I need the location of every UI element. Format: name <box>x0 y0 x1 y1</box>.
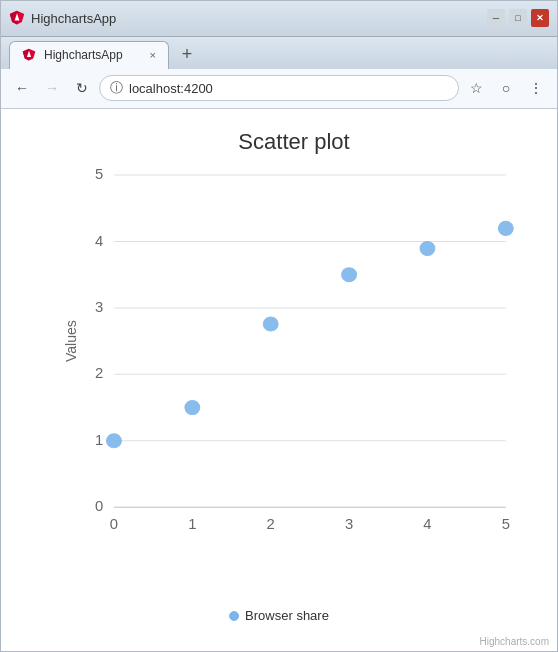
svg-text:3: 3 <box>95 299 103 315</box>
data-point-0[interactable] <box>107 433 122 447</box>
info-icon: ⓘ <box>110 79 123 97</box>
title-bar: HighchartsApp ─ □ ✕ <box>1 1 557 37</box>
app-window: HighchartsApp ─ □ ✕ HighchartsApp × + ← … <box>0 0 558 652</box>
svg-text:1: 1 <box>188 516 196 532</box>
data-point-1[interactable] <box>185 400 200 414</box>
chart-legend: Browser share <box>229 608 329 623</box>
active-tab[interactable]: HighchartsApp × <box>9 41 169 69</box>
maximize-button[interactable]: □ <box>509 9 527 27</box>
nav-bar: ← → ↻ ⓘ localhost:4200 ☆ ○ ⋮ <box>1 69 557 109</box>
svg-text:0: 0 <box>110 516 118 532</box>
svg-text:2: 2 <box>267 516 275 532</box>
svg-text:4: 4 <box>423 516 431 532</box>
back-button[interactable]: ← <box>9 75 35 101</box>
svg-text:4: 4 <box>95 232 103 248</box>
account-button[interactable]: ○ <box>493 75 519 101</box>
close-button[interactable]: ✕ <box>531 9 549 27</box>
window-title: HighchartsApp <box>31 11 481 26</box>
svg-text:3: 3 <box>345 516 353 532</box>
svg-text:5: 5 <box>502 516 510 532</box>
svg-text:Values: Values <box>63 320 79 362</box>
highcharts-credit: Highcharts.com <box>480 636 549 647</box>
url-display: localhost:4200 <box>129 81 448 96</box>
tab-label: HighchartsApp <box>44 48 123 62</box>
minimize-button[interactable]: ─ <box>487 9 505 27</box>
bookmark-button[interactable]: ☆ <box>463 75 489 101</box>
chart-container: Scatter plot <box>1 109 557 651</box>
data-point-4[interactable] <box>420 241 435 255</box>
chart-wrapper: Scatter plot <box>1 109 557 651</box>
data-point-5[interactable] <box>498 221 513 235</box>
svg-text:0: 0 <box>95 498 103 514</box>
forward-button[interactable]: → <box>39 75 65 101</box>
legend-dot <box>229 611 239 621</box>
svg-text:1: 1 <box>95 432 103 448</box>
svg-text:5: 5 <box>95 166 103 182</box>
app-icon <box>9 10 25 26</box>
tab-bar: HighchartsApp × + <box>1 37 557 69</box>
chart-title: Scatter plot <box>61 129 527 155</box>
tab-close-button[interactable]: × <box>150 49 156 61</box>
data-point-2[interactable] <box>263 317 278 331</box>
menu-button[interactable]: ⋮ <box>523 75 549 101</box>
reload-button[interactable]: ↻ <box>69 75 95 101</box>
tab-favicon <box>22 48 36 62</box>
legend-label: Browser share <box>245 608 329 623</box>
chart-area: 0 1 2 3 4 5 0 1 2 3 4 5 Values <box>61 165 527 547</box>
new-tab-button[interactable]: + <box>173 41 201 69</box>
address-bar[interactable]: ⓘ localhost:4200 <box>99 75 459 101</box>
window-controls: ─ □ ✕ <box>487 9 549 27</box>
scatter-plot-svg: 0 1 2 3 4 5 0 1 2 3 4 5 Values <box>61 165 527 547</box>
svg-text:2: 2 <box>95 365 103 381</box>
data-point-3[interactable] <box>342 267 357 281</box>
